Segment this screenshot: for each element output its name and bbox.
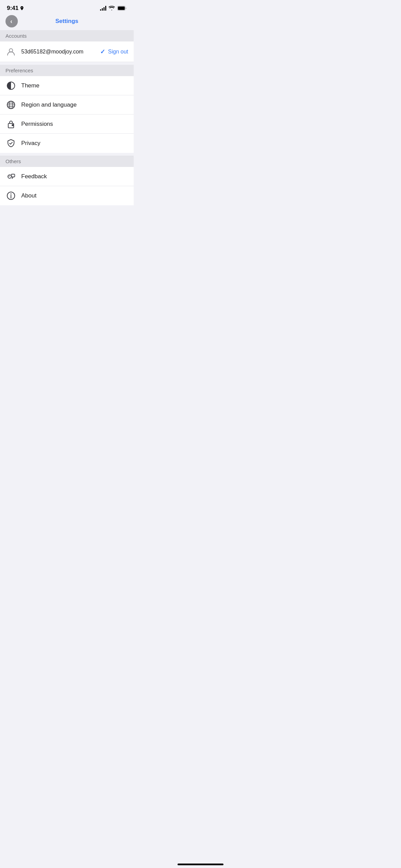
- nav-bar: ‹ Settings: [0, 14, 134, 30]
- status-bar: 9:41: [0, 0, 134, 14]
- svg-rect-10: [11, 174, 15, 177]
- check-icon: ✓: [100, 48, 105, 56]
- section-gap-1: [0, 62, 134, 65]
- privacy-label: Privacy: [21, 140, 128, 147]
- about-label: About: [21, 192, 128, 199]
- permissions-label: Permissions: [21, 121, 128, 128]
- account-item: 53d65182@moodjoy.com ✓ Sign out: [0, 41, 134, 62]
- battery-icon: [117, 6, 127, 11]
- about-item[interactable]: About: [0, 186, 134, 205]
- others-section-header: Others: [0, 156, 134, 167]
- wifi-icon: [109, 6, 115, 11]
- signal-bars: [100, 6, 106, 11]
- back-button[interactable]: ‹: [5, 15, 18, 27]
- svg-rect-1: [118, 7, 125, 10]
- sign-out-button[interactable]: Sign out: [108, 49, 128, 55]
- permissions-item[interactable]: Permissions: [0, 114, 134, 134]
- page-title: Settings: [55, 18, 78, 25]
- privacy-icon: [5, 138, 16, 149]
- svg-point-8: [12, 124, 14, 126]
- region-language-label: Region and language: [21, 101, 128, 108]
- status-time: 9:41: [7, 5, 24, 12]
- svg-point-9: [8, 175, 11, 178]
- region-language-item[interactable]: Region and language: [0, 95, 134, 114]
- permissions-icon: [5, 119, 16, 130]
- accounts-list: 53d65182@moodjoy.com ✓ Sign out: [0, 41, 134, 62]
- feedback-item[interactable]: Feedback: [0, 167, 134, 186]
- feedback-icon: [5, 171, 16, 182]
- feedback-label: Feedback: [21, 173, 128, 180]
- location-icon: [20, 6, 24, 10]
- status-icons: [100, 6, 127, 11]
- theme-label: Theme: [21, 82, 128, 89]
- account-icon: [5, 46, 16, 57]
- back-chevron-icon: ‹: [10, 18, 12, 25]
- section-gap-2: [0, 153, 134, 156]
- accounts-section-header: Accounts: [0, 30, 134, 41]
- time-display: 9:41: [7, 5, 19, 12]
- account-actions: ✓ Sign out: [100, 48, 128, 56]
- svg-point-13: [11, 193, 12, 194]
- account-email: 53d65182@moodjoy.com: [21, 49, 100, 55]
- theme-item[interactable]: Theme: [0, 76, 134, 95]
- preferences-section-header: Preferences: [0, 65, 134, 76]
- about-icon: [5, 190, 16, 201]
- globe-icon: [5, 99, 16, 110]
- privacy-item[interactable]: Privacy: [0, 134, 134, 153]
- theme-icon: [5, 80, 16, 91]
- others-list: Feedback About: [0, 167, 134, 205]
- back-circle: ‹: [5, 15, 18, 27]
- preferences-list: Theme Region and language Permissions: [0, 76, 134, 153]
